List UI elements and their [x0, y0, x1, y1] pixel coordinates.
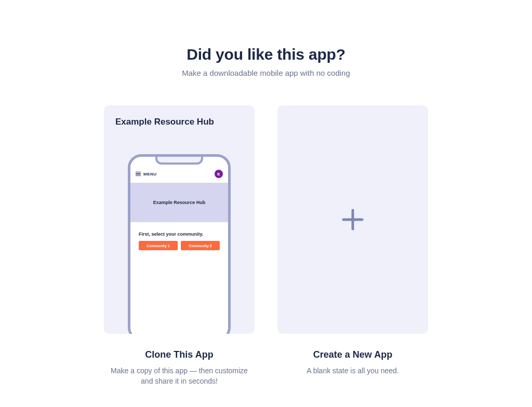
phone-mockup: MENU E Example Resource Hub First, selec… — [128, 154, 231, 334]
new-app-option: Create a New App A blank state is all yo… — [277, 105, 428, 387]
phone-menu-button: MENU — [136, 172, 157, 177]
phone-topbar: MENU E — [130, 165, 228, 183]
phone-hero-title: Example Resource Hub — [153, 200, 206, 205]
phone-frame: MENU E Example Resource Hub First, selec… — [128, 154, 231, 334]
clone-card[interactable]: Example Resource Hub MENU — [104, 105, 255, 334]
page-header: Did you like this app? Make a downloadab… — [182, 46, 350, 77]
new-app-card[interactable] — [277, 105, 428, 334]
avatar-letter: E — [217, 172, 220, 177]
phone-button-row: Community 1 Community 2 — [139, 241, 220, 250]
clone-card-title-area: Example Resource Hub — [104, 105, 255, 127]
page-subtitle: Make a downloadable mobile app with no c… — [182, 69, 350, 77]
phone-hero: Example Resource Hub — [130, 183, 228, 222]
clone-card-title: Example Resource Hub — [115, 117, 243, 127]
hamburger-icon — [136, 172, 141, 177]
avatar-icon: E — [215, 170, 223, 178]
clone-caption-title: Clone This App — [104, 349, 255, 360]
phone-section-title: First, select your community. — [139, 232, 220, 237]
clone-caption-body: Make a copy of this app — then customize… — [104, 365, 255, 387]
new-app-caption-body: A blank state is all you need. — [277, 365, 428, 376]
phone-section: First, select your community. Community … — [135, 226, 224, 254]
page-title: Did you like this app? — [182, 46, 350, 63]
phone-community-button: Community 2 — [181, 241, 220, 250]
phone-menu-label: MENU — [143, 172, 157, 177]
clone-caption: Clone This App Make a copy of this app —… — [104, 349, 255, 387]
clone-option: Example Resource Hub MENU — [104, 105, 255, 387]
option-cards-row: Example Resource Hub MENU — [104, 105, 428, 387]
phone-notch — [155, 156, 203, 165]
phone-community-button: Community 1 — [139, 241, 178, 250]
plus-icon — [340, 207, 365, 232]
new-app-caption: Create a New App A blank state is all yo… — [277, 349, 428, 376]
new-app-caption-title: Create a New App — [277, 349, 428, 360]
page: Did you like this app? Make a downloadab… — [0, 0, 532, 407]
